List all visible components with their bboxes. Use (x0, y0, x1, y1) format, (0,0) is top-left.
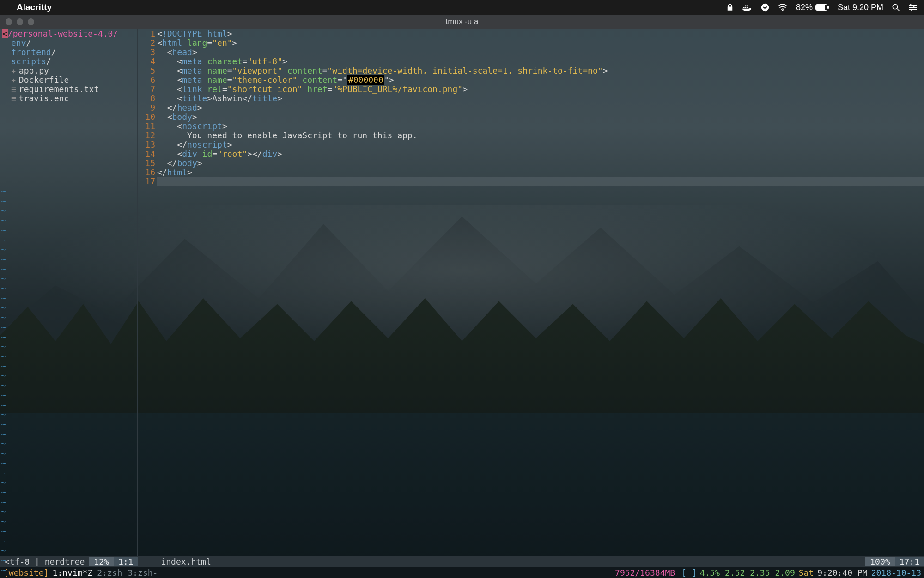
tree-file-Dockerfile[interactable]: ✦Dockerfile (2, 75, 137, 85)
battery-indicator[interactable]: 82% (796, 3, 829, 12)
svg-point-6 (782, 10, 783, 11)
line-number: 12 (139, 131, 155, 140)
vim-status-line: <tf-8 | nerdtree 12% 1:1 index.html 100%… (0, 556, 924, 567)
editor-code-area[interactable]: <!DOCTYPE html><html lang="en"> <head> <… (157, 29, 924, 556)
status-position-right: 17:1 (895, 557, 924, 566)
line-number: 5 (139, 66, 155, 75)
svg-rect-9 (827, 6, 829, 9)
bracket-open: [ (679, 568, 689, 578)
tree-dir-frontend[interactable]: frontend/ (2, 48, 137, 57)
tree-dir-env[interactable]: env/ (2, 38, 137, 48)
svg-point-10 (893, 4, 898, 9)
lock-icon[interactable] (726, 3, 734, 12)
svg-point-16 (913, 6, 915, 8)
tmux-cpu-load: 4.5% 2.52 2.35 2.09 (700, 568, 799, 578)
spotify-icon[interactable] (761, 3, 769, 12)
code-line[interactable]: <link rel="shortcut icon" href="%PUBLIC_… (157, 85, 924, 94)
status-percent-left: 12% (89, 557, 114, 566)
line-number-gutter: 1234567891011121314151617 (139, 29, 156, 556)
battery-percent: 82% (796, 3, 813, 12)
tilde-column: ~~~~~~~~~~~~~~~~~~~~~~~~~~~~~~~~~~~~~~~~ (1, 186, 6, 556)
status-percent-right: 100% (865, 557, 894, 566)
line-number: 1 (139, 29, 155, 38)
bracket-close: ] (689, 568, 700, 578)
svg-rect-2 (747, 7, 748, 8)
svg-rect-1 (745, 7, 746, 8)
line-number: 14 (139, 149, 155, 159)
code-line[interactable]: </noscript> (157, 140, 924, 149)
svg-rect-8 (816, 5, 825, 10)
vertical-split[interactable] (137, 29, 138, 556)
line-number: 15 (139, 159, 155, 168)
tmux-memory: 7952/16384MB (615, 568, 679, 578)
window-titlebar: tmux -u a (0, 15, 924, 29)
code-line[interactable]: </head> (157, 103, 924, 112)
code-line[interactable]: <body> (157, 112, 924, 122)
line-number: 3 (139, 48, 155, 57)
tree-file-app.py[interactable]: ✦app.py (2, 66, 137, 75)
code-line[interactable]: </html> (157, 168, 924, 177)
code-line[interactable]: <head> (157, 48, 924, 57)
svg-rect-3 (745, 5, 746, 6)
line-number: 10 (139, 112, 155, 122)
line-number: 7 (139, 85, 155, 94)
status-position-left: 1:1 (114, 557, 138, 566)
svg-line-11 (897, 8, 899, 11)
tmux-window-2[interactable]: 2:zsh (97, 568, 128, 578)
code-line[interactable]: <meta name="viewport" content="width=dev… (157, 66, 924, 75)
code-line[interactable]: <div id="root"></div> (157, 149, 924, 159)
tmux-window-3[interactable]: 3:zsh- (128, 568, 163, 578)
tree-file-travis.enc[interactable]: ≡travis.enc (2, 94, 137, 103)
menubar-clock[interactable]: Sat 9:20 PM (838, 3, 883, 12)
svg-point-17 (911, 9, 912, 11)
tree-dir-scripts[interactable]: scripts/ (2, 57, 137, 66)
code-line[interactable]: You need to enable JavaScript to run thi… (157, 131, 924, 140)
line-number: 16 (139, 168, 155, 177)
code-line[interactable] (157, 177, 924, 186)
tree-root[interactable]: </personal-website-4.0/ (2, 29, 137, 38)
code-line[interactable]: <html lang="en"> (157, 38, 924, 48)
status-filename: index.html (156, 557, 215, 566)
code-line[interactable]: <meta name="theme-color" content="#00000… (157, 75, 924, 85)
spotlight-icon[interactable] (892, 3, 900, 12)
wifi-icon[interactable] (778, 3, 788, 12)
tmux-day: Sat (799, 568, 818, 578)
code-line[interactable]: <!DOCTYPE html> (157, 29, 924, 38)
line-number: 11 (139, 122, 155, 131)
control-center-icon[interactable] (908, 4, 918, 11)
tmux-session[interactable]: [website] (0, 568, 53, 578)
svg-rect-4 (747, 5, 748, 6)
tmux-window-1[interactable]: 1:nvim*Z (53, 568, 97, 578)
line-number: 13 (139, 140, 155, 149)
line-number: 4 (139, 57, 155, 66)
tmux-status-bar: [website] 1:nvim*Z2:zsh3:zsh- 7952/16384… (0, 567, 924, 578)
tree-file-requirements.txt[interactable]: ≡requirements.txt (2, 85, 137, 94)
window-title: tmux -u a (0, 17, 924, 26)
line-number: 17 (139, 177, 155, 186)
line-number: 8 (139, 94, 155, 103)
code-line[interactable]: <noscript> (157, 122, 924, 131)
docker-icon[interactable] (742, 3, 753, 12)
code-line[interactable]: <meta charset="utf-8"> (157, 57, 924, 66)
svg-rect-0 (743, 7, 745, 8)
code-line[interactable]: </body> (157, 159, 924, 168)
tmux-time: 9:20:40 PM (817, 568, 871, 578)
svg-point-15 (910, 4, 912, 6)
file-tree[interactable]: </personal-website-4.0/env/frontend/scri… (0, 29, 139, 556)
line-number: 6 (139, 75, 155, 85)
code-line[interactable]: <title>Ashwin</title> (157, 94, 924, 103)
macos-menubar: Alacritty 82% Sat 9:20 PM (0, 0, 924, 15)
line-number: 9 (139, 103, 155, 112)
app-name[interactable]: Alacritty (17, 2, 52, 12)
terminal[interactable]: </personal-website-4.0/env/frontend/scri… (0, 29, 924, 578)
tmux-date: 2018-10-13 (871, 568, 924, 578)
status-encoding: <tf-8 | nerdtree (0, 557, 89, 566)
line-number: 2 (139, 38, 155, 48)
